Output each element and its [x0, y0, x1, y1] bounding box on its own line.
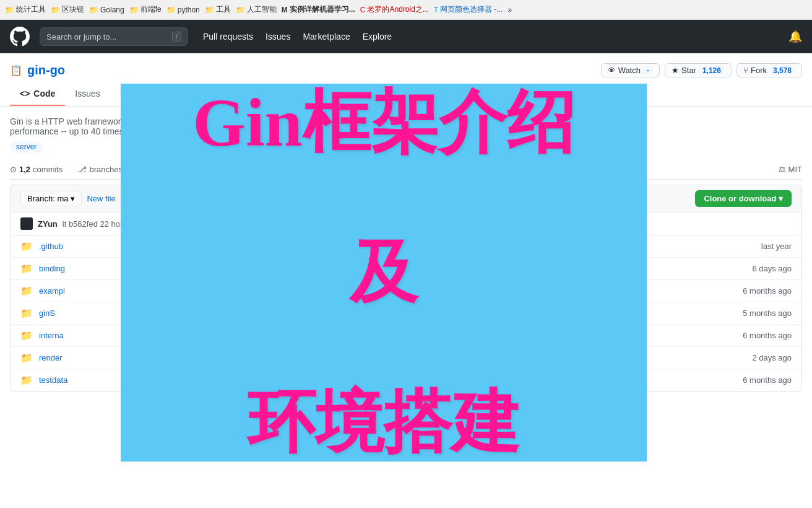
nav-links: Pull requests Issues Marketplace Explore	[203, 32, 392, 42]
bookmark-item[interactable]: 📁 区块链	[51, 4, 84, 15]
new-file-button[interactable]: New file	[87, 194, 115, 203]
folder-icon: 📁	[20, 374, 33, 386]
bookmark-more[interactable]: »	[508, 6, 512, 14]
star-button[interactable]: ★ ★ Star Star 1,126	[665, 63, 732, 77]
nav-marketplace[interactable]: Marketplace	[303, 32, 350, 42]
commit-username[interactable]: ZYun	[38, 219, 58, 229]
fork-count: 3,578	[769, 66, 795, 75]
commits-count: 1,2	[19, 165, 30, 174]
file-time: 6 days ago	[730, 264, 792, 273]
bookmark-item[interactable]: C 老罗的Android之...	[360, 4, 429, 15]
file-name[interactable]: testdata	[39, 375, 132, 385]
overlay-panel: Gin框架介绍及环境搭建	[121, 84, 647, 462]
tab-code[interactable]: <> Code	[10, 82, 65, 106]
nav-pull-requests[interactable]: Pull requests	[203, 32, 253, 42]
repo-stats: 👁 Watch - ★ ★ Star Star 1,126 ⑂ Fork 3,5…	[601, 63, 802, 77]
bookmark-item[interactable]: M 实例详解机器学习...	[282, 4, 355, 15]
search-box[interactable]: Search or jump to... /	[40, 27, 188, 46]
watch-button[interactable]: 👁 Watch -	[601, 63, 660, 77]
clone-or-download-button[interactable]: Clone or download ▾	[695, 190, 792, 207]
folder-icon: 📁	[20, 285, 33, 297]
fork-button[interactable]: ⑂ Fork 3,578	[736, 63, 802, 77]
chevron-down-icon: ▾	[71, 194, 75, 203]
tag-server[interactable]: server	[10, 141, 43, 152]
repo-name[interactable]: gin-go	[27, 63, 65, 77]
code-icon: <>	[20, 89, 30, 99]
bookmarks-bar: 📁 统计工具 📁 区块链 📁 Golang 📁 前端fe 📁 python 📁 …	[0, 0, 812, 20]
repo-header: 📋 gin-go 👁 Watch - ★ ★ Star Star 1,126 ⑂…	[0, 53, 812, 77]
commits-stat[interactable]: ⊙ 1,2 commits	[10, 165, 63, 174]
nav-issues[interactable]: Issues	[266, 32, 290, 42]
file-time: last year	[730, 242, 792, 251]
repo-type-icon: 📋	[10, 64, 22, 76]
bookmark-item[interactable]: 📁 工具	[205, 4, 231, 15]
folder-icon: 📁	[20, 352, 33, 364]
star-icon: ★	[672, 66, 679, 75]
file-time: 6 months ago	[730, 286, 792, 296]
file-time: 5 months ago	[730, 309, 792, 318]
bookmark-item[interactable]: 📁 python	[166, 6, 200, 14]
file-time: 2 days ago	[730, 353, 792, 362]
file-name[interactable]: .github	[39, 242, 132, 251]
file-name[interactable]: binding	[39, 264, 132, 273]
github-nav: Search or jump to... / Pull requests Iss…	[0, 20, 812, 53]
branches-icon: ⎇	[77, 165, 87, 174]
branch-select[interactable]: Branch: ma ▾	[20, 191, 82, 206]
tab-issues[interactable]: Issues	[65, 82, 110, 106]
fork-icon: ⑂	[743, 66, 748, 75]
bookmark-item[interactable]: 📁 统计工具	[5, 4, 46, 15]
search-placeholder: Search or jump to...	[46, 32, 116, 42]
bookmark-item[interactable]: 📁 前端fe	[129, 4, 162, 15]
branch-label: Branch: ma	[27, 194, 68, 203]
avatar	[20, 217, 33, 230]
license-stat[interactable]: ⚖ MIT	[779, 165, 802, 174]
folder-icon: 📁	[20, 240, 33, 252]
file-time: 6 months ago	[730, 331, 792, 340]
bookmark-item[interactable]: T 网页颜色选择器 -...	[434, 4, 503, 15]
overlay-text: Gin框架介绍及环境搭建	[192, 85, 574, 460]
bell-icon[interactable]: 🔔	[788, 30, 802, 43]
license-icon: ⚖	[779, 165, 786, 174]
file-name[interactable]: render	[39, 353, 132, 362]
github-logo	[10, 27, 30, 46]
bookmark-item[interactable]: 📁 Golang	[89, 6, 124, 14]
commits-icon: ⊙	[10, 165, 17, 174]
watch-count: -	[643, 66, 653, 75]
bookmark-item[interactable]: 📁 人工智能	[236, 4, 277, 15]
slash-badge: /	[172, 32, 181, 42]
file-time: 6 months ago	[730, 375, 792, 385]
star-count: 1,126	[699, 66, 725, 75]
branches-stat[interactable]: ⎇ branches	[77, 165, 122, 174]
folder-icon: 📁	[20, 263, 33, 274]
eye-icon: 👁	[608, 66, 616, 75]
file-name[interactable]: interna	[39, 331, 132, 340]
nav-explore[interactable]: Explore	[363, 32, 392, 42]
folder-icon: 📁	[20, 307, 33, 319]
file-name[interactable]: ginS	[39, 309, 132, 318]
file-name[interactable]: exampl	[39, 286, 132, 296]
nav-right: 🔔	[788, 30, 802, 43]
folder-icon: 📁	[20, 330, 33, 341]
